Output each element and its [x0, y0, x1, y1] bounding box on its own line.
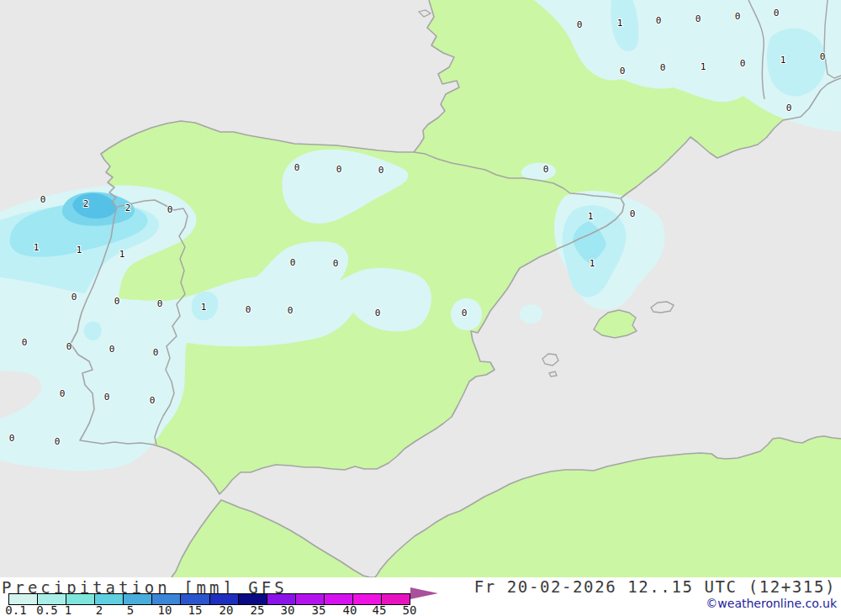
precip-value-label: 0	[150, 395, 156, 406]
precip-value-label: 1	[617, 18, 623, 29]
copyright-link[interactable]: ©weatheronline.co.uk	[706, 597, 837, 610]
precip-value-label: 0	[40, 194, 46, 205]
colorbar-tick-1: 1	[65, 603, 71, 616]
precip-value-label: 1	[77, 245, 82, 255]
colorbar-tick-0.5: 0.5	[36, 603, 57, 616]
colorbar-overflow-arrow	[410, 587, 438, 599]
precip-value-label: 0	[378, 165, 384, 176]
precip-value-label: 0	[288, 305, 294, 316]
precip-value-label: 1	[201, 302, 207, 313]
precip-value-label: 0	[290, 257, 296, 268]
precip-value-label: 0	[375, 308, 381, 319]
precip-value-label: 0	[656, 15, 662, 26]
colorbar-tick-25: 25	[251, 603, 265, 616]
colorbar-tick-15: 15	[188, 603, 203, 616]
precip-value-label: 0	[577, 19, 583, 30]
weather-map-page: 0100000010100000002201110000010000101000…	[0, 0, 841, 616]
precip-value-label: 0	[153, 347, 159, 358]
colorbar-tick-50: 50	[403, 603, 417, 616]
precip-value-label: 0	[104, 392, 110, 403]
colorbar-tick-2: 2	[96, 603, 103, 616]
colorbar-tick-40: 40	[343, 603, 357, 616]
precip-value-label: 0	[740, 58, 746, 69]
precip-value-label: 0	[246, 304, 251, 315]
precip-value-label: 0	[774, 8, 780, 18]
precip-value-label: 0	[462, 308, 468, 319]
precip-value-label: 0	[333, 258, 339, 269]
precip-value-label: 0	[735, 11, 741, 22]
precip-value-label: 0	[630, 208, 636, 219]
precip-value-label: 1	[119, 249, 125, 260]
precip-value-label: 1	[588, 211, 594, 222]
colorbar-tick-20: 20	[220, 603, 234, 616]
precip-value-label: 2	[83, 198, 89, 209]
precip-value-label: 0	[55, 436, 61, 447]
precip-value-label: 0	[786, 103, 792, 113]
colorbar-tick-35: 35	[312, 603, 326, 616]
forecast-datetime: Fr 20-02-2026 12..15 UTC (12+315)	[474, 577, 836, 596]
precip-value-label: 0	[114, 296, 120, 307]
precip-value-label: 1	[590, 258, 595, 269]
colorbar-tick-0.1: 0.1	[5, 603, 26, 616]
precip-value-label: 0	[157, 298, 163, 309]
precip-value-label: 0	[60, 388, 66, 399]
colorbar-tick-30: 30	[281, 603, 295, 616]
precip-value-label: 0	[660, 62, 666, 73]
precip-value-label: 2	[125, 203, 131, 213]
precip-value-label: 0	[66, 341, 72, 352]
colorbar-tick-5: 5	[127, 603, 134, 616]
precip-value-label: 0	[336, 164, 342, 175]
precip-value-label: 0	[167, 204, 173, 215]
precip-value-label: 0	[820, 51, 826, 62]
precip-value-label: 0	[71, 292, 77, 303]
precip-value-label: 0	[9, 433, 15, 444]
precip-value-label: 0	[22, 337, 28, 348]
precip-value-label: 1	[701, 61, 706, 72]
colorbar-tick-45: 45	[373, 603, 387, 616]
precip-value-label: 0	[294, 162, 300, 173]
precip-value-label: 0	[620, 66, 626, 76]
precip-value-label: 1	[34, 242, 40, 253]
precipitation-map: 0100000010100000002201110000010000101000…	[0, 0, 841, 577]
precip-value-label: 1	[780, 55, 786, 66]
precip-value-label: 0	[696, 13, 701, 24]
precip-value-label: 0	[109, 344, 115, 355]
island-formentera	[549, 371, 557, 376]
precip-value-label: 0	[543, 164, 549, 175]
colorbar-tick-10: 10	[158, 603, 172, 616]
